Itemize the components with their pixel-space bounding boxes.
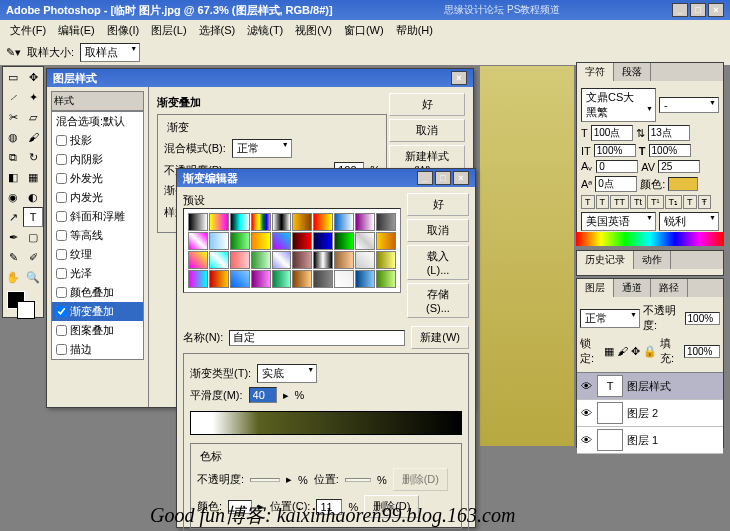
- ge-preset-23[interactable]: [251, 251, 271, 269]
- ge-min-button[interactable]: _: [417, 171, 433, 185]
- menu-file[interactable]: 文件(F): [4, 21, 52, 40]
- tool-stamp[interactable]: ⧉: [3, 147, 23, 167]
- ge-name-input[interactable]: [229, 330, 405, 346]
- text-style-btn-7[interactable]: Ŧ: [698, 195, 712, 209]
- lock-all-icon[interactable]: 🔒: [643, 345, 657, 358]
- menu-image[interactable]: 图像(I): [101, 21, 145, 40]
- ge-preset-36[interactable]: [313, 270, 333, 288]
- layer-visibility-icon[interactable]: 👁: [579, 380, 593, 392]
- layer-thumb[interactable]: [597, 402, 623, 424]
- tool-zoom[interactable]: 🔍: [23, 267, 43, 287]
- ls-item-10[interactable]: 图案叠加: [52, 321, 143, 340]
- ge-preset-25[interactable]: [292, 251, 312, 269]
- ls-item-4[interactable]: 斜面和浮雕: [52, 207, 143, 226]
- menu-edit[interactable]: 编辑(E): [52, 21, 101, 40]
- ge-preset-19[interactable]: [376, 232, 396, 250]
- ge-preset-11[interactable]: [209, 232, 229, 250]
- tool-path[interactable]: ↗: [3, 207, 23, 227]
- hscale-input[interactable]: 100%: [649, 144, 691, 157]
- ge-close-button[interactable]: ×: [453, 171, 469, 185]
- layer-opacity-input[interactable]: 100%: [685, 312, 720, 325]
- ge-preset-17[interactable]: [334, 232, 354, 250]
- tool-dodge[interactable]: ◐: [23, 187, 43, 207]
- tool-eraser[interactable]: ◧: [3, 167, 23, 187]
- tool-lasso[interactable]: ⟋: [3, 87, 23, 107]
- ge-ok-button[interactable]: 好: [407, 193, 469, 216]
- ge-preset-24[interactable]: [272, 251, 292, 269]
- ge-smooth-input[interactable]: [249, 387, 277, 403]
- menu-help[interactable]: 帮助(H): [390, 21, 439, 40]
- tool-heal[interactable]: ◍: [3, 127, 23, 147]
- lock-transparency-icon[interactable]: ▦: [604, 345, 614, 358]
- menu-view[interactable]: 视图(V): [289, 21, 338, 40]
- ge-preset-22[interactable]: [230, 251, 250, 269]
- vscale-input[interactable]: 100%: [594, 144, 636, 157]
- tool-pen[interactable]: ✒: [3, 227, 23, 247]
- tab-paragraph[interactable]: 段落: [614, 63, 651, 81]
- ls-close-button[interactable]: ×: [451, 71, 467, 85]
- leading-input[interactable]: 13点: [648, 125, 690, 141]
- ge-preset-8[interactable]: [355, 213, 375, 231]
- tab-paths[interactable]: 路径: [651, 279, 688, 297]
- tool-notes[interactable]: ✎: [3, 247, 23, 267]
- ge-preset-39[interactable]: [376, 270, 396, 288]
- minimize-button[interactable]: _: [672, 3, 688, 17]
- lock-position-icon[interactable]: ✥: [631, 345, 640, 358]
- ge-new-button[interactable]: 新建(W): [411, 326, 469, 349]
- ge-type-select[interactable]: 实底: [257, 364, 317, 383]
- ge-preset-4[interactable]: [272, 213, 292, 231]
- tab-history[interactable]: 历史记录: [577, 251, 634, 269]
- ge-preset-27[interactable]: [334, 251, 354, 269]
- ge-preset-6[interactable]: [313, 213, 333, 231]
- text-style-btn-0[interactable]: T: [581, 195, 595, 209]
- tool-slice[interactable]: ▱: [23, 107, 43, 127]
- ge-preset-29[interactable]: [376, 251, 396, 269]
- layer-blend-select[interactable]: 正常: [580, 309, 640, 328]
- tool-blur[interactable]: ◉: [3, 187, 23, 207]
- ge-preset-32[interactable]: [230, 270, 250, 288]
- layer-row-1[interactable]: 👁图层 2: [577, 400, 723, 427]
- ls-blend-mode[interactable]: 正常: [232, 139, 292, 158]
- ge-title[interactable]: 渐变编辑器 _□×: [177, 169, 475, 187]
- ge-save-button[interactable]: 存储(S)...: [407, 283, 469, 318]
- ge-preset-15[interactable]: [292, 232, 312, 250]
- ge-preset-3[interactable]: [251, 213, 271, 231]
- aa-select[interactable]: 锐利: [659, 212, 719, 231]
- color-ramp[interactable]: [576, 232, 724, 246]
- layer-visibility-icon[interactable]: 👁: [579, 407, 593, 419]
- lang-select[interactable]: 美国英语: [581, 212, 656, 231]
- ge-preset-1[interactable]: [209, 213, 229, 231]
- text-style-btn-2[interactable]: TT: [610, 195, 629, 209]
- tool-shape[interactable]: ▢: [23, 227, 43, 247]
- tool-crop[interactable]: ✂: [3, 107, 23, 127]
- kerning-input[interactable]: 25: [658, 160, 700, 173]
- layer-style-title[interactable]: 图层样式 ×: [47, 69, 473, 87]
- ls-blend-options[interactable]: 混合选项:默认: [52, 112, 143, 131]
- ge-preset-37[interactable]: [334, 270, 354, 288]
- text-style-btn-6[interactable]: T: [683, 195, 697, 209]
- text-style-btn-4[interactable]: T¹: [647, 195, 664, 209]
- ge-preset-18[interactable]: [355, 232, 375, 250]
- layer-visibility-icon[interactable]: 👁: [579, 434, 593, 446]
- layer-fill-input[interactable]: 100%: [684, 345, 720, 358]
- document-canvas[interactable]: [480, 66, 574, 446]
- tool-marquee[interactable]: ▭: [3, 67, 23, 87]
- color-swatches[interactable]: [3, 287, 43, 317]
- tool-type[interactable]: T: [23, 207, 43, 227]
- ls-item-6[interactable]: 纹理: [52, 245, 143, 264]
- ls-item-9[interactable]: 渐变叠加: [52, 302, 143, 321]
- tab-channels[interactable]: 通道: [614, 279, 651, 297]
- ge-preset-14[interactable]: [272, 232, 292, 250]
- ls-item-7[interactable]: 光泽: [52, 264, 143, 283]
- ge-load-button[interactable]: 载入(L)...: [407, 245, 469, 280]
- tool-brush[interactable]: 🖌: [23, 127, 43, 147]
- ge-preset-10[interactable]: [188, 232, 208, 250]
- ls-item-11[interactable]: 描边: [52, 340, 143, 359]
- background-color[interactable]: [17, 301, 35, 319]
- font-size-input[interactable]: 100点: [591, 125, 633, 141]
- layer-row-2[interactable]: 👁图层 1: [577, 427, 723, 454]
- tool-wand[interactable]: ✦: [23, 87, 43, 107]
- text-color-swatch[interactable]: [668, 177, 698, 191]
- text-style-btn-5[interactable]: T₁: [665, 195, 683, 209]
- ge-preset-9[interactable]: [376, 213, 396, 231]
